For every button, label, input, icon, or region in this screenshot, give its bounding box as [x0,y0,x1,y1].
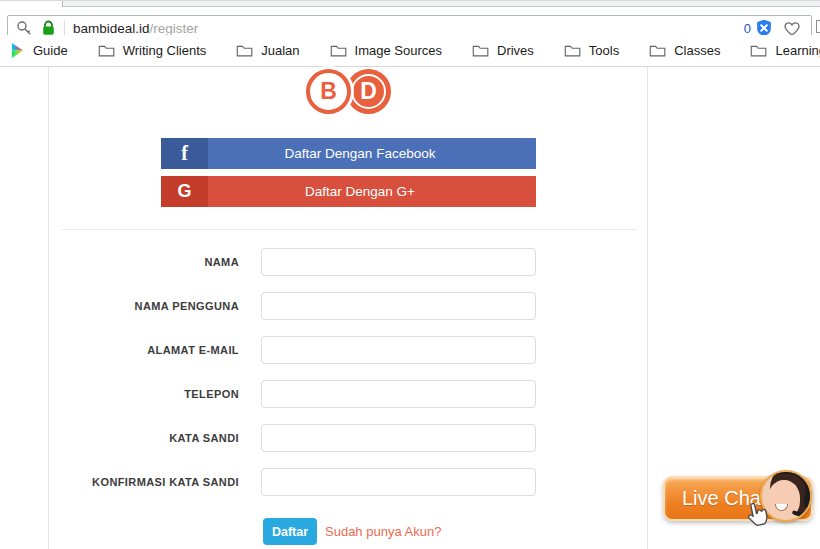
folder-icon [649,44,666,58]
url-path: /register [150,21,199,36]
bookmark-drives[interactable]: Drives [472,43,534,58]
form-row-telepon: TELEPON [49,380,649,408]
urlbar-separator [64,20,65,36]
form-row-nama: NAMA [49,248,649,276]
login-link[interactable]: Sudah punya Akun? [325,524,441,539]
submit-row: Daftar Sudah punya Akun? [263,518,441,545]
folder-icon [564,44,581,58]
folder-icon [750,44,767,58]
bookmark-learning-resources[interactable]: Learning Resources [750,43,820,58]
kata-sandi-label: KATA SANDI [49,424,239,452]
bookmarks-bar: Guide Writing Clients Jualan Image Sourc… [0,35,820,67]
google-play-icon [10,42,25,59]
daftar-button[interactable]: Daftar [263,518,317,545]
telepon-label: TELEPON [49,380,239,408]
bookmark-label: Classes [674,43,720,58]
bookmark-label: Learning Resources [775,43,820,58]
url-host: bambideal.id [73,21,150,36]
folder-icon [472,44,489,58]
browser-toolbar: bambideal.id/register 0 [0,7,820,35]
logo-letter-d: D [360,78,377,105]
heart-bookmark-icon[interactable] [783,20,801,37]
bookmark-guide[interactable]: Guide [10,42,68,59]
key-icon[interactable] [16,20,33,37]
bookmark-label: Tools [589,43,619,58]
facebook-signup-label: Daftar Dengan Facebook [208,146,536,161]
lock-icon[interactable] [41,20,56,36]
bookmark-label: Jualan [261,43,299,58]
logo-inner-ring: D [351,74,386,109]
blocker-count: 0 [744,21,751,36]
form-row-nama-pengguna: NAMA PENGGUNA [49,292,649,320]
bookmark-label: Guide [33,43,68,58]
telepon-input[interactable] [261,380,536,408]
kata-sandi-input[interactable] [261,424,536,452]
bookmark-label: Drives [497,43,534,58]
email-label: ALAMAT E-MAIL [49,336,239,364]
nama-input[interactable] [261,248,536,276]
bookmark-image-sources[interactable]: Image Sources [330,43,442,58]
form-row-konfirmasi: KONFIRMASI KATA SANDI [49,468,649,496]
section-divider [61,229,637,230]
facebook-icon: f [161,138,208,169]
logo-circle-b: B [306,69,351,114]
folder-icon [98,44,115,58]
bookmark-tools[interactable]: Tools [564,43,619,58]
folder-icon [236,44,253,58]
bookmark-jualan[interactable]: Jualan [236,43,299,58]
konfirmasi-kata-sandi-label: KONFIRMASI KATA SANDI [49,468,239,496]
bookmark-label: Image Sources [355,43,442,58]
bookmark-classes[interactable]: Classes [649,43,720,58]
bookmark-label: Writing Clients [123,43,207,58]
form-row-kata-sandi: KATA SANDI [49,424,649,452]
facebook-signup-button[interactable]: f Daftar Dengan Facebook [161,138,536,169]
nama-pengguna-input[interactable] [261,292,536,320]
konfirmasi-kata-sandi-input[interactable] [261,468,536,496]
url-text[interactable]: bambideal.id/register [73,21,198,36]
register-card: B D f Daftar Dengan Facebook G Daftar De… [48,67,648,549]
nama-pengguna-label: NAMA PENGGUNA [49,292,239,320]
logo-letter-b: B [320,78,337,105]
tab-strip [0,0,820,7]
email-input[interactable] [261,336,536,364]
google-plus-signup-label: Daftar Dengan G+ [208,184,536,199]
google-plus-icon: G [161,176,208,207]
nama-label: NAMA [49,248,239,276]
form-row-email: ALAMAT E-MAIL [49,336,649,364]
bookmark-writing-clients[interactable]: Writing Clients [98,43,207,58]
live-chat-widget[interactable]: Live Chat [663,470,820,530]
folder-icon [330,44,347,58]
google-plus-signup-button[interactable]: G Daftar Dengan G+ [161,176,536,207]
clipped-toolbar-icon[interactable] [816,20,820,33]
logo-circle-d: D [346,69,391,114]
